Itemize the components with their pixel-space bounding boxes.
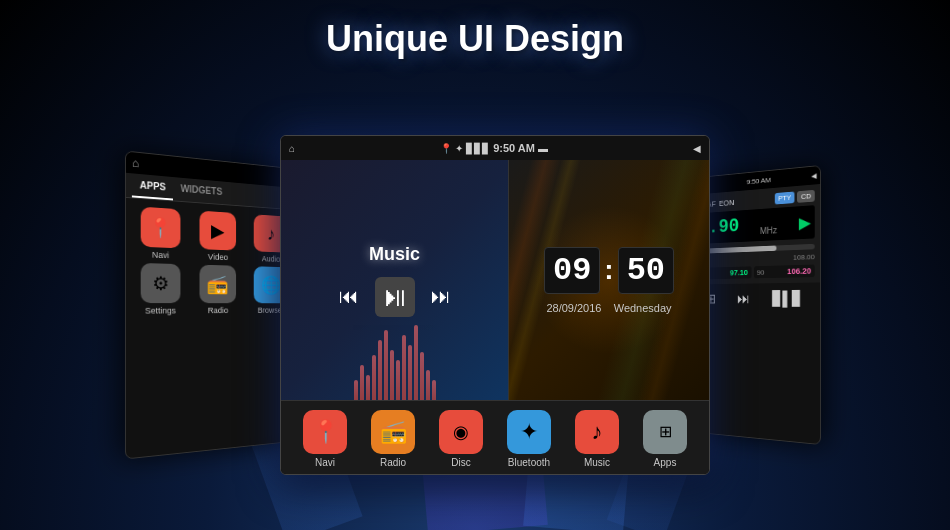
home-icon: ⌂: [132, 156, 139, 170]
disc-icon: ◉: [439, 410, 483, 454]
center-main: Music ⏮ ⏯ ⏭ 09 : 50: [281, 160, 709, 400]
viz-bar: [390, 350, 394, 400]
viz-bar: [408, 345, 412, 400]
settings-icon-box: ⚙: [140, 263, 180, 303]
viz-bar: [354, 380, 358, 400]
navi-icon-box: 📍: [140, 207, 180, 249]
viz-bar: [360, 365, 364, 400]
battery-icon: ▬: [538, 143, 548, 154]
list-item[interactable]: 📍 Navi: [132, 206, 188, 261]
center-status-bar: ⌂ 📍 ✦ ▊▊▊ 9:50 AM ▬ ◀: [281, 136, 709, 160]
right-nav-icon: ◀: [811, 171, 816, 180]
frequency-display: 3.90 MHz ▶: [695, 205, 815, 244]
apps-icon: ⊞: [643, 410, 687, 454]
settings-label: Settings: [145, 306, 176, 316]
signal-icon: ▊▊▊: [466, 143, 490, 154]
radio-label: Radio: [380, 457, 406, 468]
home-icon: ⌂: [289, 143, 295, 154]
bottom-app-disc[interactable]: ◉ Disc: [439, 410, 483, 468]
preset-2[interactable]: 90 106.20: [754, 265, 815, 279]
tuner-bar: [695, 244, 815, 254]
preset-2-freq: 106.20: [787, 266, 811, 275]
clock-panel: 09 : 50 28/09/2016 Wednesday: [509, 160, 709, 400]
eon-label: EON: [719, 198, 734, 208]
audio-label: Audio: [262, 254, 281, 263]
bottom-app-bluetooth[interactable]: ✦ Bluetooth: [507, 410, 551, 468]
clock-colon: :: [604, 254, 613, 286]
clock-minutes: 50: [618, 247, 674, 294]
music-visualizer: [281, 320, 508, 400]
radio-icon: 📻: [371, 410, 415, 454]
back-icon[interactable]: ◀: [693, 143, 701, 154]
right-bottom-controls: ⊞ ⏭ ▊▌▊: [691, 284, 820, 312]
cd-button[interactable]: CD: [797, 190, 814, 203]
viz-bar: [372, 355, 376, 400]
music-label: Music: [584, 457, 610, 468]
screens-container: ⌂ APPS WIDGETS 📍 Navi ▶ Video ♪ Audio ⚙ …: [0, 100, 950, 510]
tab-widgets[interactable]: WIDGETS: [173, 177, 229, 204]
clock-date: 28/09/2016 Wednesday: [546, 302, 671, 314]
clock-display: 09 : 50: [544, 247, 674, 294]
radio-buttons: PTY CD: [775, 190, 815, 205]
viz-bar: [414, 325, 418, 400]
center-screen: ⌂ 📍 ✦ ▊▊▊ 9:50 AM ▬ ◀: [280, 135, 710, 475]
navi-label: Navi: [152, 250, 169, 260]
viz-bar: [384, 330, 388, 400]
list-item[interactable]: 📻 Radio: [192, 264, 244, 315]
forward-button[interactable]: ⏭: [431, 285, 451, 308]
pty-button[interactable]: PTY: [775, 191, 795, 204]
music-title: Music: [369, 244, 420, 265]
location-icon: 📍: [440, 143, 452, 154]
radio-icon-box: 📻: [199, 265, 236, 304]
play-icon[interactable]: ▶: [799, 212, 811, 232]
play-pause-button[interactable]: ⏯: [375, 277, 415, 317]
tab-apps[interactable]: APPS: [132, 173, 173, 200]
apps-label: Apps: [654, 457, 677, 468]
bottom-app-bar: 📍 Navi 📻 Radio ◉ Disc ✦ Bluetooth ♪ Musi…: [281, 400, 709, 475]
viz-bar: [402, 335, 406, 400]
list-item[interactable]: ▶ Video: [192, 210, 244, 262]
viz-bar: [396, 360, 400, 400]
viz-bar: [378, 340, 382, 400]
list-item[interactable]: ⚙ Settings: [132, 263, 188, 316]
viz-bar: [426, 370, 430, 400]
bottom-app-apps[interactable]: ⊞ Apps: [643, 410, 687, 468]
viz-bar: [432, 380, 436, 400]
preset-1-freq: 97.10: [730, 268, 748, 277]
left-screen: ⌂ APPS WIDGETS 📍 Navi ▶ Video ♪ Audio ⚙ …: [125, 150, 300, 459]
bottom-app-radio[interactable]: 📻 Radio: [371, 410, 415, 468]
tuner-end: 108.00: [695, 253, 815, 265]
video-label: Video: [208, 252, 228, 262]
bottom-app-music[interactable]: ♪ Music: [575, 410, 619, 468]
right-status-time: 9:50 AM: [747, 176, 771, 186]
page-title: Unique UI Design: [326, 18, 624, 60]
radio-label: Radio: [208, 306, 228, 315]
music-controls: ⏮ ⏯ ⏭: [339, 277, 451, 317]
rewind-button[interactable]: ⏮: [339, 285, 359, 308]
music-panel: Music ⏮ ⏯ ⏭: [281, 160, 509, 400]
frequency-unit: MHz: [760, 225, 777, 236]
apps-grid: 📍 Navi ▶ Video ♪ Audio ⚙ Settings 📻 Radi…: [126, 198, 299, 323]
equalizer-icon[interactable]: ▊▌▊: [772, 290, 802, 307]
disc-label: Disc: [451, 457, 470, 468]
bottom-app-navi[interactable]: 📍 Navi: [303, 410, 347, 468]
preset-2-num: 90: [757, 268, 764, 276]
status-icons: 📍 ✦ ▊▊▊ 9:50 AM ▬: [440, 142, 548, 154]
navi-icon: 📍: [303, 410, 347, 454]
video-icon-box: ▶: [199, 211, 236, 251]
right-content: ST AF EON PTY CD 3.90 MHz ▶ 108.00: [691, 184, 820, 284]
music-icon: ♪: [575, 410, 619, 454]
bluetooth-icon: ✦: [455, 143, 463, 154]
status-time: 9:50 AM: [493, 142, 535, 154]
viz-bar: [420, 352, 424, 400]
navi-label: Navi: [315, 457, 335, 468]
viz-bar: [366, 375, 370, 400]
presets-grid: 20 97.10 90 106.20: [695, 265, 815, 280]
clock-hours: 09: [544, 247, 600, 294]
bluetooth-icon: ✦: [507, 410, 551, 454]
skip-icon[interactable]: ⏭: [737, 291, 750, 306]
bluetooth-label: Bluetooth: [508, 457, 550, 468]
